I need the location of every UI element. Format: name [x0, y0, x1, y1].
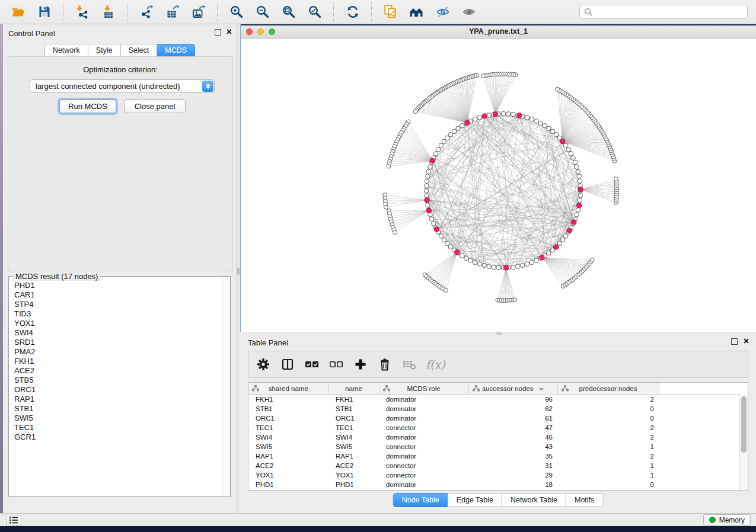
network-node[interactable] [456, 126, 461, 131]
tab-select[interactable]: Select [121, 44, 158, 57]
cell-mcds-role[interactable]: connector [379, 423, 468, 432]
cell-successor-nodes[interactable]: 29 [468, 470, 557, 480]
cell-shared-name[interactable]: PHD1 [248, 480, 328, 489]
table-row[interactable]: YOX1YOX1connector291 [248, 470, 741, 480]
network-node[interactable] [442, 139, 446, 144]
close-panel-icon[interactable]: × [227, 28, 232, 36]
cell-shared-name[interactable]: ACE2 [248, 461, 328, 470]
mcds-result-item[interactable]: RAP1 [14, 395, 222, 404]
memory-button[interactable]: Memory [703, 514, 751, 525]
network-node[interactable] [547, 251, 551, 255]
network-node[interactable] [428, 165, 433, 169]
mcds-result-item[interactable]: PMA2 [14, 347, 222, 357]
network-node[interactable] [516, 264, 521, 269]
network-node[interactable] [481, 74, 485, 78]
cell-name[interactable]: SWI4 [328, 432, 379, 442]
tab-network-table[interactable]: Network Table [502, 493, 566, 507]
mcds-result-item[interactable]: TEC1 [14, 423, 222, 432]
network-node[interactable] [614, 177, 618, 181]
table-row[interactable]: FKH1FKH1dominator962 [248, 395, 741, 405]
network-hub-node[interactable] [567, 228, 572, 233]
deselect-all-button[interactable] [328, 356, 344, 373]
zoom-selected-button[interactable] [302, 2, 327, 22]
hide-selected-button[interactable] [430, 2, 455, 22]
network-node[interactable] [460, 254, 465, 258]
table-row[interactable]: TEC1TEC1connector472 [248, 423, 741, 432]
save-session-button[interactable] [32, 2, 57, 22]
mcds-result-item[interactable]: SWI5 [14, 414, 222, 423]
cell-shared-name[interactable]: STB1 [248, 404, 328, 414]
network-window-titlebar[interactable]: YPA_prune.txt_1 [241, 25, 756, 39]
cell-mcds-role[interactable]: dominator [379, 414, 468, 423]
network-node[interactable] [576, 169, 580, 174]
refresh-view-button[interactable] [340, 2, 365, 22]
copy-network-button[interactable] [378, 2, 403, 22]
network-node[interactable] [439, 143, 444, 148]
network-node[interactable] [468, 258, 473, 263]
network-node[interactable] [432, 222, 436, 226]
network-node[interactable] [590, 258, 594, 262]
cell-mcds-role[interactable]: connector [379, 470, 468, 480]
network-node[interactable] [534, 119, 539, 124]
tab-motifs[interactable]: Motifs [566, 493, 603, 507]
table-row[interactable]: ACE2ACE2connector311 [248, 461, 741, 470]
delete-column-button[interactable] [377, 356, 393, 373]
network-node[interactable] [525, 262, 529, 267]
cell-predecessor-nodes[interactable]: 0 [557, 480, 659, 489]
mcds-result-item[interactable]: SRD1 [14, 338, 222, 347]
cell-successor-nodes[interactable]: 18 [468, 480, 557, 489]
zoom-out-button[interactable] [250, 2, 275, 22]
cell-successor-nodes[interactable]: 47 [468, 423, 557, 432]
cell-shared-name[interactable]: RAP1 [248, 451, 328, 461]
mcds-result-item[interactable]: YOX1 [14, 319, 222, 328]
task-history-button[interactable] [6, 515, 21, 525]
cell-name[interactable]: STB1 [328, 404, 379, 414]
network-hub-node[interactable] [540, 255, 544, 260]
tab-edge-table[interactable]: Edge Table [448, 493, 502, 507]
tab-mcds[interactable]: MCDS [157, 44, 195, 57]
cell-name[interactable]: YOX1 [328, 470, 379, 480]
cell-name[interactable]: FKH1 [328, 395, 379, 405]
network-node[interactable] [496, 265, 501, 270]
network-node[interactable] [492, 265, 496, 270]
cell-predecessor-nodes[interactable]: 2 [557, 451, 659, 461]
cell-filler[interactable] [659, 395, 741, 405]
search-input[interactable] [579, 5, 748, 19]
cell-successor-nodes[interactable]: 31 [468, 461, 557, 470]
network-node[interactable] [525, 116, 529, 120]
network-hub-node[interactable] [554, 245, 559, 249]
cell-shared-name[interactable]: ORC1 [248, 414, 328, 423]
network-node[interactable] [578, 193, 583, 198]
cell-filler[interactable] [659, 423, 741, 432]
table-row[interactable]: SWI4SWI4dominator462 [248, 432, 741, 442]
network-node[interactable] [477, 262, 482, 267]
cell-predecessor-nodes[interactable]: 2 [557, 423, 659, 432]
table-row[interactable]: PHD1PHD1dominator180 [248, 480, 741, 489]
cell-successor-nodes[interactable]: 35 [468, 451, 557, 461]
network-node[interactable] [464, 256, 469, 261]
network-node[interactable] [482, 263, 487, 268]
cell-predecessor-nodes[interactable]: 1 [557, 442, 659, 451]
network-node[interactable] [513, 298, 517, 302]
criterion-select[interactable]: largest connected component (undirected) [30, 79, 215, 93]
cell-name[interactable]: ACE2 [328, 461, 379, 470]
network-node[interactable] [384, 205, 388, 209]
network-node[interactable] [473, 117, 477, 121]
network-node[interactable] [487, 264, 492, 269]
cell-successor-nodes[interactable]: 96 [468, 395, 557, 405]
network-node[interactable] [425, 193, 429, 198]
network-node[interactable] [413, 110, 417, 114]
close-panel-icon[interactable]: × [744, 338, 749, 345]
network-hub-node[interactable] [425, 198, 429, 203]
network-hub-node[interactable] [560, 139, 565, 143]
cell-mcds-role[interactable]: dominator [379, 432, 468, 442]
mcds-result-item[interactable]: STB5 [14, 376, 222, 385]
cell-mcds-role[interactable]: dominator [379, 395, 468, 405]
network-node[interactable] [501, 111, 506, 116]
network-node[interactable] [576, 208, 580, 213]
network-node[interactable] [575, 165, 579, 169]
network-node[interactable] [573, 160, 578, 165]
tab-node-table[interactable]: Node Table [393, 493, 448, 507]
cell-mcds-role[interactable]: dominator [379, 451, 468, 461]
import-network-button[interactable] [70, 2, 95, 22]
